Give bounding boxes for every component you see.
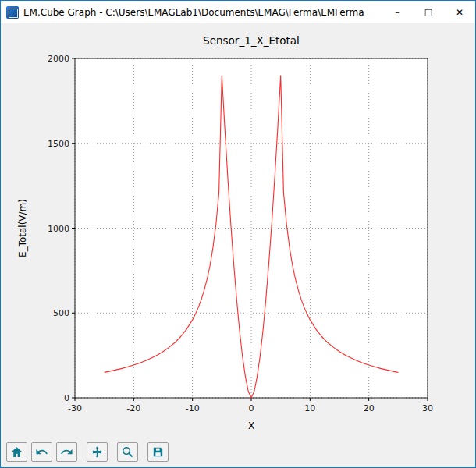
- window-controls: – □ ✕: [382, 1, 475, 23]
- tick-label-y: 500: [53, 308, 69, 318]
- home-button[interactable]: [6, 442, 27, 462]
- figure-area: -30-20-1001020300500100015002000Sensor_1…: [1, 23, 475, 467]
- app-window: EM.Cube Graph - C:\Users\EMAGLab1\Docume…: [0, 0, 476, 468]
- tick-label-y: 1000: [48, 224, 69, 234]
- minimize-button[interactable]: –: [382, 1, 413, 23]
- pan-move-icon: [91, 445, 104, 459]
- plot-canvas[interactable]: -30-20-1001020300500100015002000Sensor_1…: [1, 23, 475, 440]
- plot-toolbar: [1, 440, 475, 467]
- tick-label-x: 10: [304, 403, 315, 413]
- tick-label-x: 20: [364, 403, 375, 413]
- x-axis-label: X: [248, 420, 254, 431]
- tick-label-y: 1500: [48, 139, 69, 149]
- tick-label-x: -20: [126, 403, 140, 413]
- tick-label-y: 2000: [48, 54, 69, 64]
- forward-arrow-icon: [60, 445, 73, 459]
- tick-label-x: 30: [422, 403, 433, 413]
- window-title: EM.Cube Graph - C:\Users\EMAGLab1\Docume…: [23, 7, 364, 18]
- tick-label-x: -10: [186, 403, 200, 413]
- tick-label-x: -30: [68, 403, 82, 413]
- maximize-button[interactable]: □: [413, 1, 444, 23]
- save-button[interactable]: [147, 442, 169, 462]
- floppy-disk-icon: [151, 445, 165, 459]
- title-bar: EM.Cube Graph - C:\Users\EMAGLab1\Docume…: [1, 1, 475, 23]
- app-icon: [6, 6, 19, 19]
- zoom-button[interactable]: [117, 442, 138, 462]
- magnifier-icon: [121, 445, 134, 459]
- close-button[interactable]: ✕: [444, 1, 475, 23]
- tick-label-x: 0: [249, 403, 254, 413]
- home-icon: [10, 445, 23, 459]
- pan-button[interactable]: [87, 442, 108, 462]
- back-button[interactable]: [31, 442, 52, 462]
- tick-label-y: 0: [64, 393, 69, 403]
- forward-button[interactable]: [56, 442, 77, 462]
- y-axis-label: E_Total(V/m): [17, 199, 28, 257]
- chart-title: Sensor_1_X_Etotal: [203, 34, 300, 47]
- back-arrow-icon: [35, 445, 48, 459]
